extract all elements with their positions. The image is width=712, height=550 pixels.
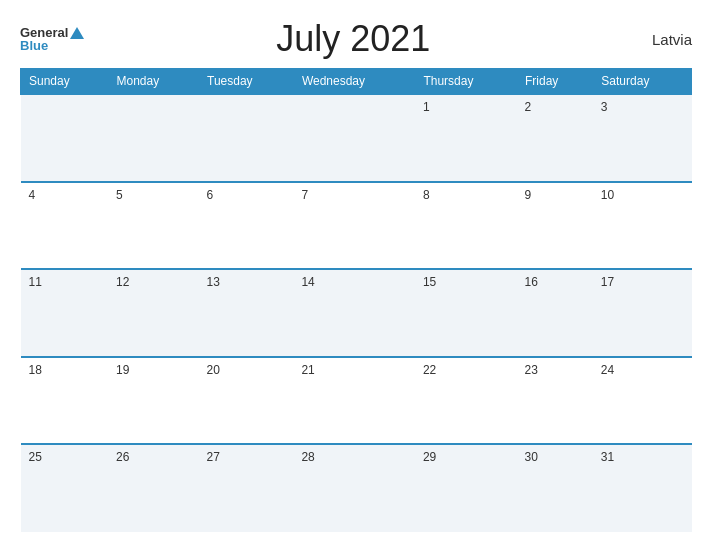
calendar-cell: 12 (108, 269, 199, 357)
day-number: 31 (601, 450, 614, 464)
day-number: 8 (423, 188, 430, 202)
calendar-title: July 2021 (84, 18, 622, 60)
calendar-cell: 13 (199, 269, 294, 357)
calendar-cell: 10 (593, 182, 692, 270)
calendar-cell (21, 94, 108, 182)
calendar-cell: 5 (108, 182, 199, 270)
calendar-week-row: 123 (21, 94, 692, 182)
day-number: 24 (601, 363, 614, 377)
country-label: Latvia (622, 31, 692, 48)
calendar-cell: 29 (415, 444, 517, 532)
day-number: 15 (423, 275, 436, 289)
day-header-friday: Friday (517, 69, 593, 95)
calendar-week-row: 25262728293031 (21, 444, 692, 532)
calendar-week-row: 11121314151617 (21, 269, 692, 357)
calendar-cell: 24 (593, 357, 692, 445)
calendar-week-row: 45678910 (21, 182, 692, 270)
calendar-cell: 25 (21, 444, 108, 532)
day-number: 6 (207, 188, 214, 202)
day-number: 9 (525, 188, 532, 202)
calendar-cell (199, 94, 294, 182)
calendar-cell: 7 (293, 182, 415, 270)
logo-blue-text: Blue (20, 39, 48, 52)
calendar-cell: 9 (517, 182, 593, 270)
calendar-cell: 14 (293, 269, 415, 357)
day-number: 3 (601, 100, 608, 114)
day-number: 29 (423, 450, 436, 464)
calendar-cell: 6 (199, 182, 294, 270)
calendar-cell: 17 (593, 269, 692, 357)
day-header-sunday: Sunday (21, 69, 108, 95)
day-number: 1 (423, 100, 430, 114)
calendar-cell: 11 (21, 269, 108, 357)
day-number: 14 (301, 275, 314, 289)
calendar-cell: 16 (517, 269, 593, 357)
calendar-header-row: SundayMondayTuesdayWednesdayThursdayFrid… (21, 69, 692, 95)
day-header-tuesday: Tuesday (199, 69, 294, 95)
day-number: 17 (601, 275, 614, 289)
day-header-thursday: Thursday (415, 69, 517, 95)
calendar-cell: 3 (593, 94, 692, 182)
calendar-cell: 22 (415, 357, 517, 445)
logo: General Blue (20, 26, 84, 52)
calendar-cell: 20 (199, 357, 294, 445)
day-number: 11 (29, 275, 42, 289)
calendar-table: SundayMondayTuesdayWednesdayThursdayFrid… (20, 68, 692, 532)
calendar-cell: 8 (415, 182, 517, 270)
day-number: 19 (116, 363, 129, 377)
day-number: 12 (116, 275, 129, 289)
logo-triangle-icon (70, 27, 84, 39)
calendar-cell (293, 94, 415, 182)
day-number: 27 (207, 450, 220, 464)
calendar-cell: 21 (293, 357, 415, 445)
day-number: 10 (601, 188, 614, 202)
calendar-cell: 15 (415, 269, 517, 357)
calendar-cell: 19 (108, 357, 199, 445)
day-number: 5 (116, 188, 123, 202)
day-header-saturday: Saturday (593, 69, 692, 95)
calendar-cell: 31 (593, 444, 692, 532)
day-number: 30 (525, 450, 538, 464)
day-number: 26 (116, 450, 129, 464)
calendar-cell: 1 (415, 94, 517, 182)
day-number: 16 (525, 275, 538, 289)
day-number: 4 (29, 188, 36, 202)
calendar-cell: 2 (517, 94, 593, 182)
day-number: 2 (525, 100, 532, 114)
day-header-monday: Monday (108, 69, 199, 95)
header: General Blue July 2021 Latvia (20, 18, 692, 60)
day-number: 13 (207, 275, 220, 289)
day-header-wednesday: Wednesday (293, 69, 415, 95)
day-number: 25 (29, 450, 42, 464)
calendar-cell: 27 (199, 444, 294, 532)
day-number: 22 (423, 363, 436, 377)
calendar-cell: 18 (21, 357, 108, 445)
day-number: 28 (301, 450, 314, 464)
calendar-body: 1234567891011121314151617181920212223242… (21, 94, 692, 532)
calendar-cell: 30 (517, 444, 593, 532)
day-number: 18 (29, 363, 42, 377)
calendar-page: General Blue July 2021 Latvia SundayMond… (0, 0, 712, 550)
day-number: 7 (301, 188, 308, 202)
calendar-cell: 26 (108, 444, 199, 532)
calendar-cell (108, 94, 199, 182)
calendar-cell: 28 (293, 444, 415, 532)
calendar-cell: 4 (21, 182, 108, 270)
day-number: 20 (207, 363, 220, 377)
calendar-cell: 23 (517, 357, 593, 445)
day-number: 21 (301, 363, 314, 377)
calendar-week-row: 18192021222324 (21, 357, 692, 445)
day-number: 23 (525, 363, 538, 377)
